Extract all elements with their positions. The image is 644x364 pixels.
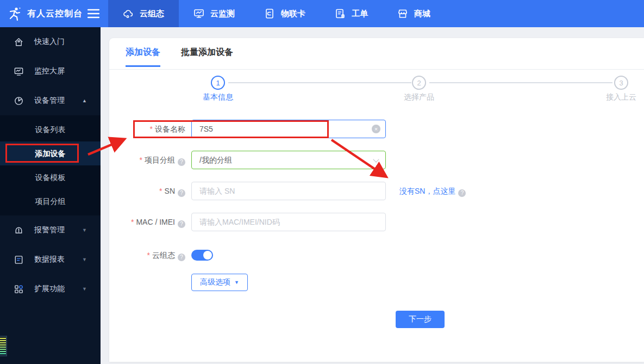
sidebar: 快速入门 监控大屏 设备管理 ▲ 设备列表 添加设备 设备模板 项目分组 报警管… bbox=[0, 27, 101, 364]
caret-down-icon[interactable]: ▼ bbox=[82, 227, 87, 233]
content-card: 添加设备 批量添加设备 1 2 3 基本信息 选择产品 接入上云 *设备名称 × bbox=[109, 38, 644, 362]
help-icon[interactable]: ? bbox=[178, 189, 185, 197]
required-mark: * bbox=[150, 125, 153, 133]
required-mark: * bbox=[140, 156, 142, 164]
report-icon bbox=[14, 255, 24, 265]
monitor-chart-icon bbox=[193, 8, 204, 19]
no-sn-link[interactable]: 没有SN，点这里? bbox=[399, 182, 466, 200]
advanced-options-button[interactable]: 高级选项▼ bbox=[191, 274, 248, 291]
tab-add-device[interactable]: 添加设备 bbox=[126, 47, 160, 67]
sidebar-item-quick-start[interactable]: 快速入门 bbox=[0, 27, 101, 57]
sn-label: *SN? bbox=[109, 182, 185, 200]
step-2-circle: 2 bbox=[412, 76, 426, 90]
top-nav: 云组态 云监测 物联卡 工单 bbox=[108, 0, 445, 27]
nav-item-iot-card[interactable]: 物联卡 bbox=[249, 0, 320, 27]
nav-label: 物联卡 bbox=[281, 9, 305, 19]
required-mark: * bbox=[131, 218, 134, 226]
device-name-input[interactable] bbox=[191, 120, 386, 138]
step-connector bbox=[429, 82, 612, 83]
tab-batch-add-device[interactable]: 批量添加设备 bbox=[181, 47, 233, 67]
help-icon[interactable]: ? bbox=[178, 158, 185, 166]
sidebar-item-extended-functions[interactable]: 扩展功能 ▼ bbox=[0, 274, 101, 304]
step-1-label: 基本信息 bbox=[185, 92, 251, 102]
caret-down-icon: ▼ bbox=[234, 280, 239, 285]
caret-down-icon[interactable]: ▼ bbox=[82, 257, 87, 262]
nav-label: 云监测 bbox=[210, 9, 235, 19]
nav-item-mall[interactable]: 商城 bbox=[383, 0, 445, 27]
brand: 有人云控制台 bbox=[0, 0, 101, 27]
sidebar-item-monitor-screen[interactable]: 监控大屏 bbox=[0, 57, 101, 86]
page-tabs: 添加设备 批量添加设备 bbox=[126, 47, 233, 67]
storefront-icon bbox=[397, 8, 408, 19]
help-icon[interactable]: ? bbox=[178, 220, 185, 228]
mac-imei-row: *MAC / IMEI? bbox=[109, 213, 644, 231]
step-connector bbox=[228, 82, 411, 83]
nav-item-cloud-scada[interactable]: 云组态 bbox=[108, 0, 179, 27]
tabs-divider bbox=[109, 69, 644, 70]
required-mark: * bbox=[159, 187, 162, 195]
hamburger-menu-icon[interactable] bbox=[87, 9, 99, 18]
sidebar-item-label: 报警管理 bbox=[34, 225, 65, 235]
usr-runner-logo-icon bbox=[7, 6, 22, 21]
app-title: 有人云控制台 bbox=[27, 8, 83, 20]
sn-row: *SN? 没有SN，点这里? bbox=[109, 182, 644, 200]
corner-decoration bbox=[0, 336, 7, 356]
sidebar-item-label: 数据报表 bbox=[34, 255, 65, 264]
cloud-scada-label: *云组态? bbox=[109, 246, 185, 264]
nav-item-cloud-monitor[interactable]: 云监测 bbox=[179, 0, 249, 27]
mac-imei-label: *MAC / IMEI? bbox=[109, 213, 185, 231]
home-icon bbox=[14, 37, 24, 47]
help-icon[interactable]: ? bbox=[178, 254, 185, 261]
sidebar-subitem-project-group[interactable]: 项目分组 bbox=[0, 189, 101, 213]
caret-up-icon[interactable]: ▲ bbox=[82, 98, 87, 103]
sidebar-subitem-device-list[interactable]: 设备列表 bbox=[0, 118, 101, 141]
top-header: 有人云控制台 云组态 云监测 物联卡 bbox=[0, 0, 644, 27]
device-name-row: *设备名称 × bbox=[109, 120, 644, 138]
sidebar-item-device-management[interactable]: 设备管理 ▲ bbox=[0, 86, 101, 115]
sidebar-subitem-device-template[interactable]: 设备模板 bbox=[0, 165, 101, 189]
mac-imei-input[interactable] bbox=[191, 213, 386, 231]
project-group-row: *项目分组? /我的分组 bbox=[109, 151, 644, 169]
cloud-scada-toggle[interactable] bbox=[191, 250, 213, 261]
alarm-bell-icon bbox=[14, 225, 24, 236]
nav-item-work-order[interactable]: 工单 bbox=[320, 0, 383, 27]
step-1-circle: 1 bbox=[211, 76, 225, 90]
device-name-label: *设备名称 bbox=[109, 120, 185, 138]
grid-apps-icon bbox=[14, 284, 24, 294]
nav-label: 工单 bbox=[352, 9, 368, 19]
required-mark: * bbox=[147, 251, 150, 260]
nav-label: 云组态 bbox=[140, 9, 164, 19]
sidebar-item-label: 扩展功能 bbox=[34, 284, 65, 294]
device-management-submenu: 设备列表 添加设备 设备模板 项目分组 bbox=[0, 115, 101, 215]
clear-input-icon[interactable]: × bbox=[372, 125, 380, 133]
work-order-icon bbox=[335, 8, 346, 19]
sidebar-subitem-add-device[interactable]: 添加设备 bbox=[0, 141, 101, 165]
project-group-label: *项目分组? bbox=[109, 151, 185, 169]
sn-input[interactable] bbox=[191, 182, 386, 200]
stepper: 1 2 3 基本信息 选择产品 接入上云 bbox=[109, 76, 644, 108]
sidebar-item-label: 监控大屏 bbox=[34, 66, 65, 76]
help-icon[interactable]: ? bbox=[458, 189, 466, 197]
next-step-button[interactable]: 下一步 bbox=[396, 311, 445, 328]
main-area: 添加设备 批量添加设备 1 2 3 基本信息 选择产品 接入上云 *设备名称 × bbox=[101, 27, 644, 364]
nav-label: 商城 bbox=[414, 9, 430, 19]
project-group-select[interactable]: /我的分组 bbox=[191, 151, 386, 169]
toggle-knob bbox=[203, 251, 212, 260]
sidebar-item-label: 快速入门 bbox=[34, 37, 65, 47]
caret-down-icon[interactable]: ▼ bbox=[82, 286, 87, 292]
sidebar-item-label: 设备管理 bbox=[34, 96, 65, 106]
sim-card-icon bbox=[264, 8, 275, 19]
device-management-icon bbox=[14, 96, 24, 106]
step-2-label: 选择产品 bbox=[386, 92, 452, 102]
big-screen-icon bbox=[14, 66, 24, 77]
step-3-circle: 3 bbox=[614, 76, 628, 90]
cloud-scada-row: *云组态? bbox=[109, 246, 644, 264]
step-3-label: 接入上云 bbox=[589, 92, 644, 102]
sidebar-item-data-report[interactable]: 数据报表 ▼ bbox=[0, 245, 101, 274]
sidebar-item-alarm-management[interactable]: 报警管理 ▼ bbox=[0, 215, 101, 245]
cloud-icon bbox=[123, 8, 134, 19]
